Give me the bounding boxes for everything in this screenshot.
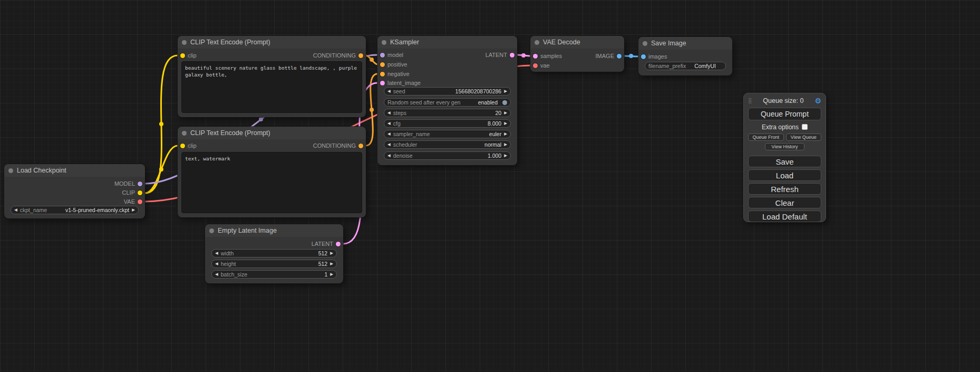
node-header[interactable]: VAE Decode <box>530 36 624 49</box>
node-header[interactable]: KSampler <box>377 36 517 49</box>
view-history-button[interactable]: View History <box>765 143 805 150</box>
clip-port-icon[interactable] <box>180 144 185 148</box>
model-port-icon[interactable] <box>380 53 385 58</box>
input-slot-positive[interactable]: positive <box>380 61 407 68</box>
vae-port-icon[interactable] <box>533 63 538 68</box>
conditioning-port-icon[interactable] <box>358 144 363 148</box>
clip-port-icon[interactable] <box>138 190 142 195</box>
output-slot-model[interactable]: MODEL <box>114 180 142 187</box>
node-header[interactable]: Save Image <box>638 37 732 50</box>
refresh-button[interactable]: Refresh <box>748 183 821 195</box>
collapse-dot-icon[interactable] <box>8 168 13 173</box>
view-queue-button[interactable]: View Queue <box>786 133 822 141</box>
output-slot-latent[interactable]: LATENT <box>312 240 341 247</box>
output-slot-vae[interactable]: VAE <box>124 198 142 205</box>
node-load-checkpoint[interactable]: Load Checkpoint MODEL CLIP VAE ◀ ckpt_na… <box>4 164 145 218</box>
decrement-arrow-icon[interactable]: ◀ <box>387 142 391 147</box>
queue-prompt-button[interactable]: Queue Prompt <box>748 108 821 120</box>
output-slot-conditioning[interactable]: CONDITIONING <box>313 142 363 149</box>
drag-handle-icon[interactable]: ⣿ <box>748 98 752 103</box>
load-default-button[interactable]: Load Default <box>748 211 821 222</box>
latent-port-icon[interactable] <box>380 81 385 85</box>
input-slot-samples[interactable]: samples <box>533 52 562 60</box>
increment-arrow-icon[interactable]: ▶ <box>504 89 507 93</box>
conditioning-port-icon[interactable] <box>380 62 385 67</box>
node-header[interactable]: Empty Latent Image <box>205 224 343 237</box>
node-clip-text-encode-positive[interactable]: CLIP Text Encode (Prompt) clip CONDITION… <box>178 36 366 117</box>
settings-gear-icon[interactable]: ⚙ <box>814 97 821 104</box>
increment-arrow-icon[interactable]: ▶ <box>330 272 333 276</box>
increment-arrow-icon[interactable]: ▶ <box>132 208 135 212</box>
widget-steps[interactable]: ◀ steps 20 ▶ <box>384 109 511 117</box>
widget-scheduler[interactable]: ◀ scheduler normal ▶ <box>384 140 511 149</box>
widget-width[interactable]: ◀ width 512 ▶ <box>211 249 337 257</box>
clear-button[interactable]: Clear <box>748 197 821 208</box>
decrement-arrow-icon[interactable]: ◀ <box>387 111 391 115</box>
input-slot-clip[interactable]: clip <box>180 52 197 59</box>
decrement-arrow-icon[interactable]: ◀ <box>215 262 218 266</box>
collapse-dot-icon[interactable] <box>535 40 539 45</box>
negative-prompt-textarea[interactable]: text, watermark <box>181 152 362 213</box>
node-empty-latent-image[interactable]: Empty Latent Image LATENT ◀ width 512 ▶ … <box>205 224 343 283</box>
input-slot-model[interactable]: model <box>380 51 403 59</box>
increment-arrow-icon[interactable]: ▶ <box>504 142 507 147</box>
decrement-arrow-icon[interactable]: ◀ <box>387 89 391 93</box>
node-save-image[interactable]: Save Image images filename_prefix ComfyU… <box>638 37 732 75</box>
increment-arrow-icon[interactable]: ▶ <box>504 132 507 136</box>
save-button[interactable]: Save <box>748 156 821 167</box>
model-port-icon[interactable] <box>138 182 142 186</box>
widget-cfg[interactable]: ◀ cfg 8.000 ▶ <box>384 119 511 128</box>
node-vae-decode[interactable]: VAE Decode samples vae IMAGE <box>530 36 624 72</box>
widget-filename-prefix[interactable]: filename_prefix ComfyUI <box>645 62 726 70</box>
clip-port-icon[interactable] <box>180 53 185 58</box>
output-slot-clip[interactable]: CLIP <box>122 189 142 196</box>
node-clip-text-encode-negative[interactable]: CLIP Text Encode (Prompt) clip CONDITION… <box>178 127 366 217</box>
queue-front-button[interactable]: Queue Front <box>748 133 784 141</box>
widget-random-seed-toggle[interactable]: Random seed after every gen enabled <box>384 98 511 107</box>
increment-arrow-icon[interactable]: ▶ <box>504 111 507 115</box>
queue-menu-panel[interactable]: ⣿ Queue size: 0 ⚙ Queue Prompt Extra opt… <box>743 93 826 222</box>
node-header[interactable]: CLIP Text Encode (Prompt) <box>178 36 366 49</box>
decrement-arrow-icon[interactable]: ◀ <box>387 132 391 136</box>
latent-port-icon[interactable] <box>533 54 538 59</box>
input-slot-vae[interactable]: vae <box>533 62 550 69</box>
decrement-arrow-icon[interactable]: ◀ <box>14 208 17 212</box>
collapse-dot-icon[interactable] <box>209 228 214 233</box>
input-slot-latent-image[interactable]: latent_image <box>380 79 421 87</box>
decrement-arrow-icon[interactable]: ◀ <box>387 154 391 158</box>
widget-denoise[interactable]: ◀ denoise 1.000 ▶ <box>384 151 511 160</box>
node-ksampler[interactable]: KSampler model positive negative latent_… <box>377 36 517 165</box>
conditioning-port-icon[interactable] <box>358 53 363 58</box>
increment-arrow-icon[interactable]: ▶ <box>330 262 333 266</box>
positive-prompt-textarea[interactable]: beautiful scenery nature glass bottle la… <box>181 61 362 113</box>
extra-options-checkbox[interactable] <box>802 124 808 130</box>
increment-arrow-icon[interactable]: ▶ <box>504 154 507 158</box>
widget-batch-size[interactable]: ◀ batch_size 1 ▶ <box>211 270 337 279</box>
decrement-arrow-icon[interactable]: ◀ <box>387 121 391 126</box>
decrement-arrow-icon[interactable]: ◀ <box>215 251 218 255</box>
collapse-dot-icon[interactable] <box>382 40 386 45</box>
image-port-icon[interactable] <box>641 54 646 59</box>
output-slot-conditioning[interactable]: CONDITIONING <box>313 52 363 59</box>
collapse-dot-icon[interactable] <box>182 131 187 136</box>
latent-port-icon[interactable] <box>510 53 515 58</box>
output-slot-latent[interactable]: LATENT <box>486 51 515 59</box>
collapse-dot-icon[interactable] <box>643 41 647 46</box>
widget-seed[interactable]: ◀ seed 156680208700286 ▶ <box>384 87 511 96</box>
widget-ckpt-name[interactable]: ◀ ckpt_name v1-5-pruned-emaonly.ckpt ▶ <box>11 206 139 214</box>
output-slot-image[interactable]: IMAGE <box>596 52 622 60</box>
node-header[interactable]: Load Checkpoint <box>4 164 145 177</box>
conditioning-port-icon[interactable] <box>380 72 385 77</box>
input-slot-images[interactable]: images <box>641 53 667 60</box>
input-slot-negative[interactable]: negative <box>380 70 410 78</box>
latent-port-icon[interactable] <box>336 242 341 246</box>
input-slot-clip[interactable]: clip <box>180 142 197 149</box>
node-header[interactable]: CLIP Text Encode (Prompt) <box>178 127 366 139</box>
decrement-arrow-icon[interactable]: ◀ <box>215 272 218 276</box>
load-button[interactable]: Load <box>748 169 821 181</box>
collapse-dot-icon[interactable] <box>182 40 187 45</box>
node-graph-canvas[interactable]: Load Checkpoint MODEL CLIP VAE ◀ ckpt_na… <box>0 0 980 372</box>
widget-sampler-name[interactable]: ◀ sampler_name euler ▶ <box>384 130 511 138</box>
image-port-icon[interactable] <box>617 54 622 59</box>
increment-arrow-icon[interactable]: ▶ <box>504 121 507 126</box>
